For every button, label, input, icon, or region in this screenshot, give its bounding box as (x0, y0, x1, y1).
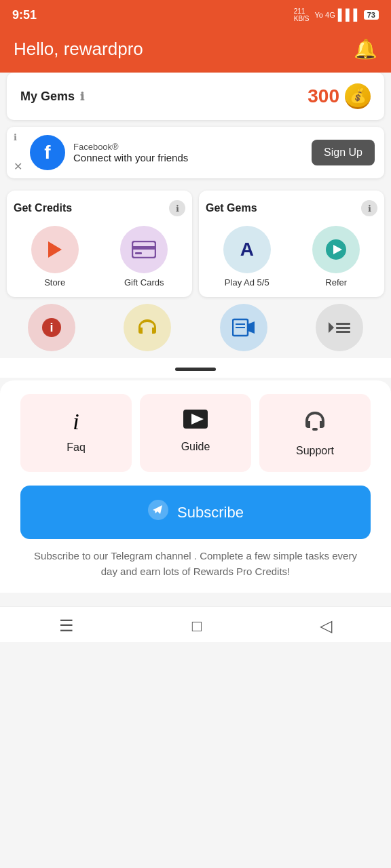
main-grid: Get Credits ℹ Store (0, 184, 391, 304)
bottom-nav: ☰ □ ◁ (0, 606, 391, 642)
playstore-icon (44, 239, 66, 260)
get-credits-header: Get Credits ℹ (14, 200, 185, 216)
nav-home-icon[interactable]: □ (192, 616, 202, 635)
gift-cards-icon-circle (120, 226, 168, 273)
nav-back-icon[interactable]: ◁ (320, 616, 332, 635)
play-ad-icon-circle: A (223, 226, 271, 273)
status-time: 9:51 (12, 8, 37, 22)
store-icon-circle (31, 226, 79, 273)
notification-bell-icon[interactable]: 🔔 (354, 38, 377, 60)
info-icon: i (40, 316, 63, 339)
svg-marker-9 (248, 321, 255, 334)
guide-button[interactable]: Guide (140, 394, 251, 472)
status-bar: 9:51 211KB/S Yo 4G ▌▌▌ 73 (0, 0, 391, 30)
status-icons: 211KB/S Yo 4G ▌▌▌ 73 (294, 7, 379, 22)
nav-menu-icon[interactable]: ☰ (59, 616, 74, 635)
battery-icon: 73 (364, 10, 379, 20)
svg-marker-12 (329, 322, 334, 333)
faq-icon: i (73, 409, 79, 435)
guide-label: Guide (181, 441, 210, 453)
get-gems-header: Get Gems ℹ (206, 200, 377, 216)
facebook-logo: f (30, 135, 65, 170)
headset-bottom-item[interactable] (103, 304, 193, 351)
greeting-text: Hello, rewardpro (14, 39, 143, 60)
get-credits-card: Get Credits ℹ Store (7, 191, 192, 297)
drawer-handle (0, 358, 391, 378)
more-list-icon (329, 320, 350, 335)
svg-rect-15 (336, 331, 350, 333)
guide-icon (183, 409, 208, 434)
refer-play-icon (325, 239, 347, 260)
handle-bar (175, 368, 216, 371)
faq-label: Faq (67, 441, 86, 454)
svg-rect-14 (336, 327, 350, 329)
svg-rect-2 (132, 246, 155, 250)
get-gems-title: Get Gems (206, 202, 257, 214)
refer-label: Refer (325, 277, 347, 288)
play-ad-item[interactable]: A Play Ad 5/5 (206, 226, 288, 288)
get-credits-grid: Store Gift Cards (14, 226, 185, 288)
refer-item[interactable]: Refer (295, 226, 378, 288)
ad-close-icon[interactable]: ✕ (14, 160, 22, 173)
support-icon (303, 409, 327, 438)
headset-icon (135, 315, 160, 340)
gift-cards-label: Gift Cards (124, 277, 164, 288)
support-label: Support (296, 445, 334, 457)
gift-cards-item[interactable]: Gift Cards (103, 226, 186, 288)
gems-number: 300 (308, 85, 339, 107)
faq-button[interactable]: i Faq (20, 394, 132, 472)
ad-description: Connect with your friends (73, 152, 303, 163)
more-bottom-item[interactable] (295, 304, 385, 351)
info-icon-circle: i (28, 304, 75, 351)
info-bottom-item[interactable]: i (7, 304, 96, 351)
svg-rect-11 (236, 327, 245, 328)
refer-icon-circle (312, 226, 360, 273)
support-button[interactable]: Support (259, 394, 371, 472)
gems-info-icon[interactable]: ℹ (80, 90, 84, 103)
store-label: Store (44, 277, 65, 288)
bottom-icon-row: i (0, 304, 391, 358)
get-credits-title: Get Credits (14, 202, 72, 214)
telegram-icon (147, 499, 169, 526)
get-gems-grid: A Play Ad 5/5 Refer (206, 226, 377, 288)
headset-icon-circle (124, 304, 171, 351)
ad-banner: ℹ f Facebook® Connect with your friends … (7, 127, 384, 178)
svg-rect-13 (336, 323, 350, 325)
signal-bars: ▌▌▌ (338, 9, 361, 21)
gems-card: My Gems ℹ 300 💰 (7, 73, 384, 120)
get-credits-info-icon[interactable]: ℹ (169, 200, 185, 216)
gems-label: My Gems ℹ (20, 90, 84, 104)
quick-actions: i Faq Guide Support (14, 394, 377, 472)
svg-rect-3 (135, 252, 142, 254)
video-icon (232, 318, 255, 337)
subscribe-button[interactable]: Subscribe (20, 486, 371, 539)
ad-text: Facebook® Connect with your friends (73, 142, 303, 163)
play-ad-label: Play Ad 5/5 (225, 277, 269, 288)
more-icon-circle (316, 304, 363, 351)
get-gems-card: Get Gems ℹ A Play Ad 5/5 Refer (199, 191, 384, 297)
subscribe-section: Subscribe Subscribe to our Telegram chan… (14, 486, 377, 593)
get-gems-info-icon[interactable]: ℹ (361, 200, 377, 216)
header: Hello, rewardpro 🔔 (0, 30, 391, 73)
svg-marker-0 (48, 241, 62, 258)
data-speed: 211KB/S (294, 7, 310, 22)
store-item[interactable]: Store (14, 226, 96, 288)
bottom-sheet: i Faq Guide Support (0, 380, 391, 593)
subscribe-label: Subscribe (177, 504, 244, 521)
svg-text:i: i (50, 321, 53, 334)
gems-value: 300 💰 (308, 83, 371, 109)
network-type: Yo 4G (315, 11, 335, 19)
gem-coin-icon: 💰 (345, 83, 371, 109)
video-icon-circle (220, 304, 267, 351)
ad-signup-button[interactable]: Sign Up (312, 140, 375, 165)
ad-brand: Facebook® (73, 142, 303, 152)
svg-rect-10 (236, 323, 245, 325)
gift-card-icon (132, 241, 156, 258)
subscribe-description: Subscribe to our Telegram channel . Comp… (20, 549, 371, 579)
svg-rect-18 (312, 428, 318, 431)
ad-info-icon: ℹ (14, 132, 17, 142)
video-bottom-item[interactable] (199, 304, 288, 351)
